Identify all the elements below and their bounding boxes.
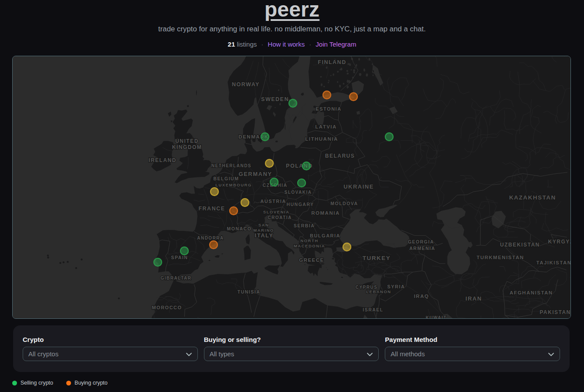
svg-text:KUWAIT: KUWAIT	[426, 315, 447, 318]
svg-text:ROMANIA: ROMANIA	[311, 210, 340, 216]
svg-text:ANDORRA: ANDORRA	[197, 236, 224, 240]
svg-text:NETHERLANDS: NETHERLANDS	[211, 163, 251, 168]
svg-text:TAJIKISTAN: TAJIKISTAN	[536, 260, 570, 265]
svg-text:ISRAEL: ISRAEL	[363, 307, 384, 312]
svg-text:SYRIA: SYRIA	[387, 284, 405, 289]
svg-text:MOROCCO: MOROCCO	[152, 305, 182, 310]
svg-text:NORTH: NORTH	[300, 238, 318, 243]
svg-text:TUNISIA: TUNISIA	[238, 289, 261, 294]
svg-text:SLOVAKIA: SLOVAKIA	[285, 190, 312, 195]
svg-text:KYRGYZSTAN: KYRGYZSTAN	[548, 239, 570, 245]
svg-text:FRANCE: FRANCE	[198, 206, 225, 212]
svg-text:LEBANON: LEBANON	[366, 289, 391, 294]
svg-text:LITHUANIA: LITHUANIA	[305, 136, 338, 142]
svg-text:AFGHANISTAN: AFGHANISTAN	[509, 290, 553, 295]
svg-text:AUSTRIA: AUSTRIA	[260, 199, 286, 204]
svg-text:SLOVENIA: SLOVENIA	[263, 210, 290, 214]
svg-text:GIBRALTAR: GIBRALTAR	[161, 276, 192, 280]
svg-text:PAKISTAN: PAKISTAN	[540, 309, 570, 315]
svg-text:ARMENIA: ARMENIA	[409, 246, 435, 251]
svg-text:UNITED: UNITED	[175, 138, 199, 144]
svg-text:MACEDONIA: MACEDONIA	[294, 243, 325, 248]
svg-text:UZBEKISTAN: UZBEKISTAN	[500, 242, 540, 248]
svg-text:TURKEY: TURKEY	[363, 255, 391, 261]
svg-text:SWEDEN: SWEDEN	[261, 96, 289, 102]
svg-text:FINLAND: FINLAND	[318, 59, 346, 65]
svg-text:ESTONIA: ESTONIA	[316, 106, 341, 112]
svg-text:LUXEMBOURG: LUXEMBOURG	[215, 182, 252, 187]
svg-text:NORWAY: NORWAY	[232, 81, 260, 88]
svg-text:HUNGARY: HUNGARY	[286, 202, 314, 207]
svg-text:MOLDOVA: MOLDOVA	[330, 201, 358, 206]
svg-text:KAZAKHSTAN: KAZAKHSTAN	[509, 194, 556, 201]
svg-text:GREECE: GREECE	[299, 257, 324, 263]
svg-text:UKRAINE: UKRAINE	[343, 183, 374, 190]
svg-text:BULGARIA: BULGARIA	[310, 233, 340, 238]
svg-text:IRAN: IRAN	[465, 295, 482, 302]
svg-text:TURKMENISTAN: TURKMENISTAN	[476, 255, 524, 260]
svg-text:SPAIN: SPAIN	[171, 255, 188, 260]
svg-text:SAN: SAN	[258, 223, 269, 227]
svg-text:SERBIA: SERBIA	[294, 223, 315, 228]
svg-text:ITALY: ITALY	[255, 232, 274, 239]
svg-text:BELGIUM: BELGIUM	[214, 176, 239, 181]
svg-text:GERMANY: GERMANY	[239, 171, 272, 177]
svg-text:LATVIA: LATVIA	[315, 124, 337, 129]
svg-text:GEORGIA: GEORGIA	[408, 239, 434, 244]
svg-text:IRELAND: IRELAND	[149, 157, 177, 163]
svg-text:KINGDOM: KINGDOM	[172, 144, 202, 150]
svg-text:CROATIA: CROATIA	[268, 215, 292, 220]
svg-text:BELARUS: BELARUS	[325, 153, 355, 159]
svg-text:MONACO: MONACO	[227, 226, 252, 231]
svg-text:IRAQ: IRAQ	[414, 294, 429, 299]
